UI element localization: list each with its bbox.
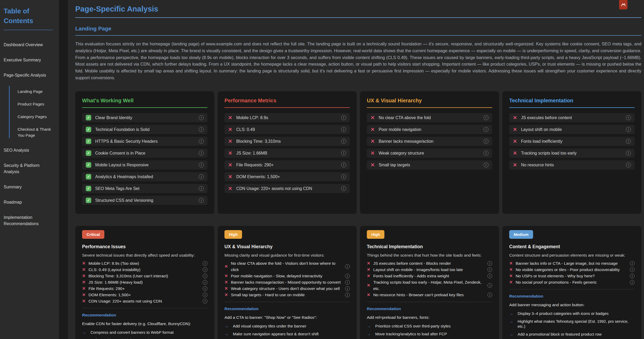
info-icon[interactable]: i xyxy=(341,162,346,167)
item-label: HTTPS & Basic Security Headers xyxy=(95,139,195,144)
sidebar-item[interactable]: Security & Platform Analysis xyxy=(4,162,56,175)
detail-card-description: Content structure and persuasion element… xyxy=(509,253,635,258)
sidebar-item[interactable]: Page-Specific Analysis xyxy=(4,72,56,78)
item-label: No resource hints xyxy=(521,162,622,168)
brand-logo-button[interactable] xyxy=(619,0,627,9)
info-icon[interactable]: i xyxy=(203,274,207,278)
sidebar-subitem[interactable]: Product Pages xyxy=(18,101,56,107)
item-label: Weak category structure xyxy=(379,150,480,156)
sidebar-item[interactable]: Roadmap xyxy=(4,199,56,205)
info-icon[interactable]: i xyxy=(203,299,207,304)
issue-list: ✕No clear CTA above the fold - Visitors … xyxy=(224,260,350,298)
info-icon[interactable]: i xyxy=(487,261,492,266)
recommendation-intro: Add rel=preload for banners, fonts: xyxy=(367,315,492,320)
info-icon[interactable]: i xyxy=(630,280,635,285)
info-icon[interactable]: i xyxy=(345,293,350,297)
info-icon[interactable]: i xyxy=(199,115,204,120)
sidebar-item[interactable]: Summary xyxy=(4,184,56,190)
severity-badge: Critical xyxy=(82,230,104,239)
info-icon[interactable]: i xyxy=(630,261,635,266)
info-icon[interactable]: i xyxy=(341,151,346,156)
info-icon[interactable]: i xyxy=(626,151,631,156)
checklist-item: ✓Clear Brand Identityi xyxy=(82,113,207,122)
info-icon[interactable]: i xyxy=(487,293,492,297)
action-item: →Move tracking/analytics to load after F… xyxy=(367,331,492,336)
info-icon[interactable]: i xyxy=(341,186,346,191)
info-icon[interactable]: i xyxy=(345,274,350,278)
info-icon[interactable]: i xyxy=(487,274,492,278)
sidebar-subitem[interactable]: Checkout & Thank You Page xyxy=(18,126,56,138)
info-icon[interactable]: i xyxy=(203,293,207,297)
arrow-icon: → xyxy=(509,311,513,316)
issue-label: JS executes before content - Blocks rend… xyxy=(373,260,485,267)
checklist-item: ✕Tracking scripts load too earlyi xyxy=(509,149,635,158)
item-label: Mobile LCP: 8.9s xyxy=(236,115,337,120)
card-title-underline xyxy=(224,107,350,108)
info-icon[interactable]: i xyxy=(203,267,207,272)
cross-icon: ✕ xyxy=(228,186,232,191)
info-icon[interactable]: i xyxy=(630,274,635,278)
sidebar-item[interactable]: Implementation Recommendations xyxy=(4,214,56,227)
item-label: Small tap targets xyxy=(379,162,480,168)
issue-label: Fonts load inefficiently - Adds extra we… xyxy=(373,273,485,279)
info-icon[interactable]: i xyxy=(203,261,207,266)
info-icon[interactable]: i xyxy=(626,139,631,144)
sidebar-subitem[interactable]: Category Pages xyxy=(18,114,56,120)
info-icon[interactable]: i xyxy=(199,151,204,156)
checklist-item: ✓Technical Foundation is Solidi xyxy=(82,125,207,134)
item-label: CDN Usage: 220+ assets not using CDN xyxy=(236,186,337,191)
cross-icon: ✕ xyxy=(82,261,85,266)
info-icon[interactable]: i xyxy=(199,127,204,132)
info-icon[interactable]: i xyxy=(630,267,635,272)
checklist: ✕No clear CTA above the foldi✕Poor mobil… xyxy=(367,113,492,169)
landing-page-summary-paragraph: This evaluation focuses strictly on the … xyxy=(75,41,641,81)
info-icon[interactable]: i xyxy=(199,162,204,167)
info-icon[interactable]: i xyxy=(484,151,489,156)
info-icon[interactable]: i xyxy=(484,127,489,132)
info-icon[interactable]: i xyxy=(484,162,489,167)
info-icon[interactable]: i xyxy=(341,174,346,179)
checklist-item: ✕Blocking Time: 3,310msi xyxy=(224,137,350,146)
detail-card-ux-visual-hierarchy: High UX & Visual Hierarchy Missing clari… xyxy=(218,226,357,339)
recommendation-label: Recommendation xyxy=(367,306,492,311)
info-icon[interactable]: i xyxy=(341,127,346,132)
info-icon[interactable]: i xyxy=(484,115,489,120)
issue-label: CLS: 0.49 (Layout instability) xyxy=(88,267,200,273)
info-icon[interactable]: i xyxy=(203,286,207,291)
info-icon[interactable]: i xyxy=(487,283,492,288)
info-icon[interactable]: i xyxy=(345,280,350,285)
action-label: Add a promotional block or featured prod… xyxy=(518,332,602,337)
info-icon[interactable]: i xyxy=(199,174,204,179)
item-label: File Requests: 290+ xyxy=(236,162,337,168)
check-icon: ✓ xyxy=(86,139,91,144)
cross-icon: ✕ xyxy=(513,127,517,132)
sidebar-subitem[interactable]: Landing Page xyxy=(18,88,56,94)
item-label: Cookie Consent is in Place xyxy=(95,150,195,156)
info-icon[interactable]: i xyxy=(203,280,207,285)
info-icon[interactable]: i xyxy=(199,198,204,203)
cross-icon: ✕ xyxy=(367,261,370,266)
severity-badge: High xyxy=(367,230,384,239)
info-icon[interactable]: i xyxy=(626,127,631,132)
sidebar-item[interactable]: Executive Summary xyxy=(4,57,56,63)
sidebar-item[interactable]: SEO Analysis xyxy=(4,147,56,153)
info-icon[interactable]: i xyxy=(199,139,204,144)
item-label: Technical Foundation is Solid xyxy=(95,127,195,132)
info-icon[interactable]: i xyxy=(345,286,350,291)
info-icon[interactable]: i xyxy=(345,264,350,269)
summary-cards-row: What's Working Well ✓Clear Brand Identit… xyxy=(75,91,641,214)
info-icon[interactable]: i xyxy=(626,115,631,120)
info-icon[interactable]: i xyxy=(341,115,346,120)
detail-card-performance-issues: Critical Performance Issues Severe techn… xyxy=(75,226,214,339)
cross-icon: ✕ xyxy=(82,280,85,284)
sidebar-nav-bottom: SEO AnalysisSecurity & Platform Analysis… xyxy=(4,147,56,227)
info-icon[interactable]: i xyxy=(484,139,489,144)
info-icon[interactable]: i xyxy=(199,186,204,191)
issue-label: JS Size: 1.66MB (Heavy load) xyxy=(88,279,200,285)
info-icon[interactable]: i xyxy=(487,267,492,272)
info-icon[interactable]: i xyxy=(626,162,631,167)
sidebar-item[interactable]: Dashboard Overview xyxy=(4,42,56,48)
arrow-icon: → xyxy=(509,332,513,337)
info-icon[interactable]: i xyxy=(341,139,346,144)
item-label: Mobile Layout is Responsive xyxy=(95,162,195,168)
